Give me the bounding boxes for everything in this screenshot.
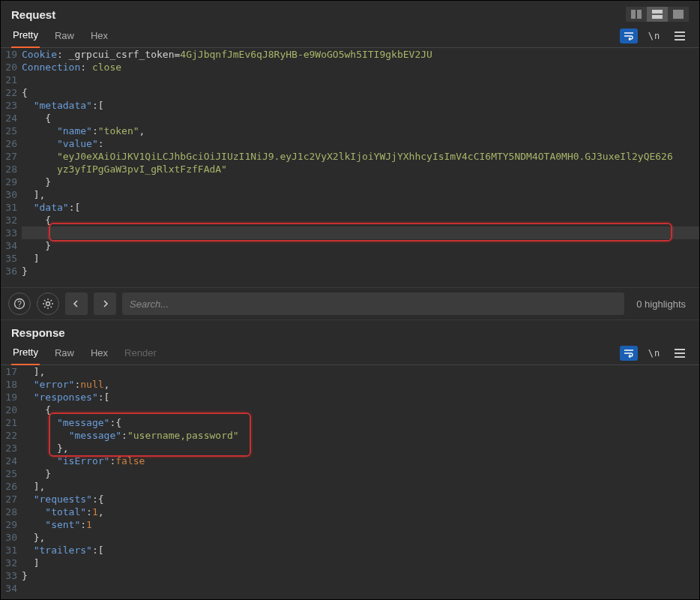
line-number: 26 — [1, 480, 17, 493]
arrow-right-icon — [100, 299, 109, 308]
help-icon: ? — [13, 298, 25, 310]
request-code-area[interactable]: 192021222324252627282930313233343536 Coo… — [1, 48, 699, 287]
line-number: 25 — [1, 467, 17, 480]
code-line[interactable]: }, — [22, 531, 699, 544]
code-line[interactable]: Connection: close — [22, 61, 699, 74]
line-number: 33 — [1, 569, 17, 582]
svg-text:?: ? — [17, 300, 22, 308]
help-button[interactable]: ? — [8, 292, 31, 315]
code-line[interactable]: { — [22, 404, 699, 416]
response-header: Response — [1, 320, 699, 342]
response-tabs: Pretty Raw Hex Render \n — [1, 342, 699, 365]
request-gutter: 192021222324252627282930313233343536 — [1, 48, 22, 287]
code-line[interactable]: "metadata":[ — [22, 99, 699, 112]
code-line[interactable]: } — [22, 239, 699, 252]
code-line[interactable]: { — [22, 214, 699, 226]
tab-render[interactable]: Render — [123, 343, 158, 364]
tab-hex[interactable]: Hex — [89, 343, 109, 364]
code-line[interactable]: }, — [22, 442, 699, 454]
response-title: Response — [11, 326, 65, 339]
forward-button[interactable] — [94, 292, 116, 315]
code-line[interactable]: "isError":false — [22, 454, 699, 467]
response-code[interactable]: ], "error":null, "responses":[ { "messag… — [22, 365, 699, 599]
layout-columns-button[interactable] — [626, 7, 647, 22]
line-number: 19 — [1, 391, 17, 404]
wrap-button[interactable] — [620, 346, 638, 361]
code-line[interactable]: "responses":[ — [22, 391, 699, 404]
code-line[interactable]: ], — [22, 480, 699, 493]
code-line[interactable]: ] — [22, 252, 699, 265]
code-line[interactable]: "sent":1 — [22, 518, 699, 531]
line-number: 20 — [1, 404, 17, 416]
code-line[interactable]: } — [22, 265, 699, 278]
code-line[interactable]: ], — [22, 188, 699, 201]
code-line[interactable]: "message":{ — [22, 416, 699, 429]
line-number: 18 — [1, 378, 17, 391]
request-code[interactable]: Cookie: _grpcui_csrf_token=4GjJbqnfJmEv6… — [22, 48, 699, 287]
code-line[interactable]: "message":"username,password" — [22, 429, 699, 442]
tab-hex[interactable]: Hex — [89, 26, 109, 47]
line-number: 28 — [1, 506, 17, 518]
code-line[interactable]: { — [22, 112, 699, 124]
settings-button[interactable] — [37, 292, 59, 315]
menu-button[interactable] — [671, 346, 689, 361]
code-line[interactable]: } — [22, 467, 699, 480]
line-number: 29 — [1, 176, 17, 188]
newline-label[interactable]: \n — [645, 28, 663, 44]
line-number: 28 — [1, 163, 17, 176]
code-line[interactable]: { — [22, 86, 699, 99]
line-number: 30 — [1, 531, 17, 544]
search-input[interactable] — [122, 292, 624, 315]
arrow-left-icon — [72, 299, 81, 308]
code-line[interactable]: "error":null, — [22, 378, 699, 391]
code-line[interactable]: "total":1, — [22, 506, 699, 518]
line-number: 25 — [1, 124, 17, 137]
code-line[interactable]: yz3yfIPgGaW3pvI_gRlxtFzfFAdA" — [22, 163, 699, 176]
line-number: 30 — [1, 188, 17, 201]
code-line[interactable]: "requests":{ — [22, 493, 699, 506]
code-line[interactable]: ] — [22, 556, 699, 569]
layout-single-button[interactable] — [668, 7, 689, 22]
code-line[interactable] — [22, 74, 699, 86]
line-number: 32 — [1, 214, 17, 226]
svg-rect-0 — [631, 10, 636, 19]
line-number: 33 — [1, 226, 17, 239]
line-number: 24 — [1, 112, 17, 124]
code-line[interactable]: "data":[ — [22, 201, 699, 214]
tab-pretty[interactable]: Pretty — [11, 25, 40, 48]
code-line[interactable]: } — [22, 176, 699, 188]
line-number: 23 — [1, 99, 17, 112]
code-line[interactable]: Cookie: _grpcui_csrf_token=4GjJbqnfJmEv6… — [22, 48, 699, 61]
code-line[interactable]: "value": — [22, 137, 699, 150]
line-number: 27 — [1, 493, 17, 506]
layout-rows-button[interactable] — [647, 7, 668, 22]
svg-rect-4 — [673, 10, 684, 19]
line-number: 26 — [1, 137, 17, 150]
code-line[interactable]: "name":"token", — [22, 124, 699, 137]
request-tabs: Pretty Raw Hex \n — [1, 25, 699, 48]
code-line[interactable]: "trailers":[ — [22, 544, 699, 556]
code-line[interactable]: } — [22, 569, 699, 582]
code-line[interactable]: "eyJ0eXAiOiJKV1QiLCJhbGciOiJIUzI1NiJ9.ey… — [22, 150, 699, 163]
line-number: 36 — [1, 265, 17, 278]
code-line[interactable] — [22, 582, 699, 595]
back-button[interactable] — [65, 292, 88, 315]
tab-raw[interactable]: Raw — [53, 343, 76, 364]
line-number: 23 — [1, 442, 17, 454]
request-header: Request — [1, 1, 699, 25]
layout-buttons — [626, 7, 689, 22]
code-line[interactable]: ], — [22, 365, 699, 378]
tab-raw[interactable]: Raw — [53, 26, 76, 47]
line-number: 21 — [1, 416, 17, 429]
hamburger-icon — [675, 349, 685, 358]
line-number: 31 — [1, 201, 17, 214]
gear-icon — [42, 298, 54, 310]
wrap-button[interactable] — [620, 28, 638, 44]
line-number: 29 — [1, 518, 17, 531]
response-code-area[interactable]: 171819202122232425262728293031323334 ], … — [1, 365, 699, 599]
newline-label[interactable]: \n — [645, 346, 663, 361]
tab-pretty[interactable]: Pretty — [11, 342, 40, 365]
line-number: 35 — [1, 252, 17, 265]
line-number: 34 — [1, 239, 17, 252]
menu-button[interactable] — [671, 28, 689, 44]
